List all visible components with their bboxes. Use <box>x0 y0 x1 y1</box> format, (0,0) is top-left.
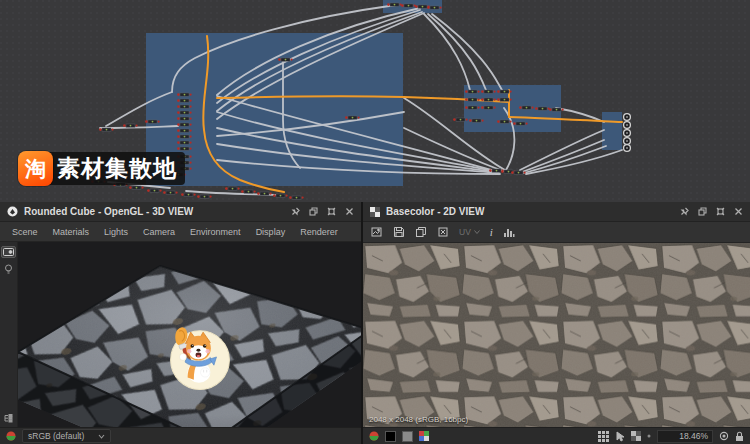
viewport-3d[interactable] <box>0 242 361 427</box>
menu-renderer[interactable]: Renderer <box>300 227 338 237</box>
information-icon[interactable]: i <box>490 227 493 238</box>
tiles-icon[interactable] <box>598 431 609 442</box>
uv-mode-label: UV <box>459 227 471 237</box>
substance-app-icon <box>7 206 18 217</box>
panel-3d-view: Rounded Cube - OpenGL - 3D VIEW <box>0 202 361 444</box>
node-graph-canvas[interactable]: 淘 素材集散地 <box>0 0 750 202</box>
colorspace-dropdown[interactable]: sRGB (default) <box>22 429 111 443</box>
graph-output-nodes <box>624 114 631 152</box>
dot-indicator <box>647 434 651 438</box>
uv-mode-dropdown[interactable]: UV <box>459 227 480 237</box>
zoom-level-value: 18.46% <box>679 431 708 441</box>
display-mode-icon[interactable] <box>1 246 16 258</box>
watermark-label: 素材集散地 <box>47 152 185 185</box>
options-icon[interactable] <box>719 431 729 441</box>
maximize-icon[interactable] <box>327 207 336 216</box>
colorspace-sphere-icon <box>369 431 379 441</box>
shiba-mascot-sticker <box>167 326 233 392</box>
black-swatch[interactable] <box>385 431 396 442</box>
watermark: 淘 素材集散地 <box>18 151 185 186</box>
basecolor-texture <box>363 243 750 427</box>
viewport-2d[interactable]: 2048 x 2048 (sRGB, 16bpc) <box>363 243 750 427</box>
colorspace-sphere-icon <box>6 431 16 441</box>
panel-2d-statusbar: 18.46% <box>363 427 750 444</box>
menu-display[interactable]: Display <box>256 227 286 237</box>
copy-icon[interactable] <box>415 226 427 238</box>
panel-3d-statusbar: sRGB (default) <box>0 427 361 444</box>
pin-icon[interactable] <box>291 207 300 216</box>
gray-swatch[interactable] <box>402 431 413 442</box>
lock-icon[interactable] <box>735 431 744 442</box>
scene-tree-icon[interactable] <box>4 414 14 423</box>
panel-3d-menubar: Scene Materials Lights Camera Environmen… <box>0 222 361 242</box>
menu-environment[interactable]: Environment <box>190 227 241 237</box>
close-icon[interactable] <box>345 207 354 216</box>
close-icon[interactable] <box>734 207 743 216</box>
float-window-icon[interactable] <box>309 207 318 216</box>
panel-tab-icon <box>370 207 380 217</box>
maximize-icon[interactable] <box>716 207 725 216</box>
save-icon[interactable] <box>393 226 405 238</box>
transform-icon[interactable] <box>615 431 625 442</box>
menu-scene[interactable]: Scene <box>12 227 38 237</box>
panel-2d-view: Basecolor - 2D VIEW <box>363 202 750 444</box>
panel-3d-header: Rounded Cube - OpenGL - 3D VIEW <box>0 202 361 222</box>
menu-lights[interactable]: Lights <box>104 227 128 237</box>
pin-icon[interactable] <box>680 207 689 216</box>
lighting-icon[interactable] <box>4 264 13 275</box>
zoom-level-field[interactable]: 18.46% <box>657 430 713 443</box>
taobao-logo-icon: 淘 <box>18 151 53 186</box>
app-window: 淘 素材集散地 Rounded Cube - OpenGL - 3D VIEW <box>0 0 750 444</box>
viewport-3d-left-toolbar <box>0 242 18 427</box>
chevron-down-icon <box>474 230 480 234</box>
panel-3d-title: Rounded Cube - OpenGL - 3D VIEW <box>24 206 193 217</box>
panel-2d-title: Basecolor - 2D VIEW <box>386 206 484 217</box>
texture-info-overlay: 2048 x 2048 (sRGB, 16bpc) <box>369 415 468 424</box>
menu-materials[interactable]: Materials <box>53 227 90 237</box>
chevron-down-icon <box>98 434 105 439</box>
panel-2d-toolbar: UV i <box>363 222 750 243</box>
panel-2d-header: Basecolor - 2D VIEW <box>363 202 750 222</box>
rgb-channels-icon[interactable] <box>419 431 429 441</box>
float-window-icon[interactable] <box>698 207 707 216</box>
background-checker-icon[interactable] <box>631 431 641 441</box>
export-image-icon[interactable] <box>371 226 383 238</box>
histogram-icon[interactable] <box>503 227 515 238</box>
fit-view-icon[interactable] <box>437 226 449 238</box>
menu-camera[interactable]: Camera <box>143 227 175 237</box>
colorspace-value: sRGB (default) <box>28 431 84 441</box>
